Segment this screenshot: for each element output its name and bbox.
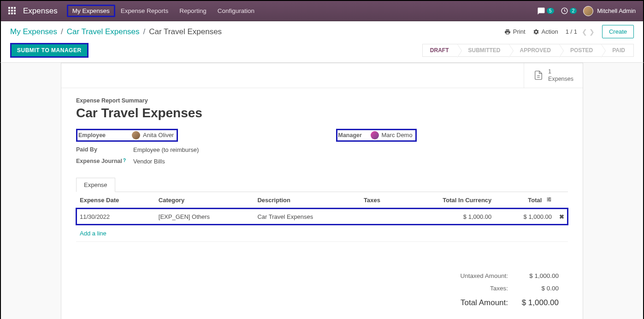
- nav-expense-reports[interactable]: Expense Reports: [115, 5, 174, 17]
- employee-value[interactable]: Anita Oliver: [143, 132, 174, 138]
- tab-expense[interactable]: Expense: [76, 178, 115, 192]
- paidby-value: Employee (to reimburse): [133, 146, 199, 153]
- status-posted[interactable]: POSTED: [559, 44, 601, 57]
- th-taxes[interactable]: Taxes: [360, 192, 401, 209]
- status-bar: SUBMIT TO MANAGER DRAFT SUBMITTED APPROV…: [0, 38, 644, 63]
- journal-label: Expense Journal?: [76, 158, 133, 164]
- document-icon: [533, 69, 544, 81]
- taxes-label: Taxes:: [455, 282, 514, 295]
- th-date[interactable]: Expense Date: [76, 192, 155, 209]
- tabs: Expense: [76, 178, 568, 192]
- pager-counter: 1 / 1: [566, 28, 577, 35]
- stat-label: Expenses: [548, 75, 573, 83]
- app-brand: Expenses: [23, 6, 58, 16]
- messaging-icon[interactable]: 5: [537, 7, 554, 15]
- create-button[interactable]: Create: [602, 25, 634, 38]
- add-line-link[interactable]: Add a line: [80, 230, 106, 237]
- svg-point-8: [549, 200, 550, 201]
- employee-label: Employee: [78, 132, 132, 138]
- cell-category: [EXP_GEN] Others: [155, 208, 254, 225]
- employee-avatar: [132, 131, 140, 139]
- cell-date: 11/30/2022: [76, 208, 155, 225]
- status-submitted[interactable]: SUBMITTED: [457, 44, 509, 57]
- top-navbar: Expenses My Expenses Expense Reports Rep…: [0, 0, 644, 21]
- help-icon[interactable]: ?: [123, 158, 126, 163]
- nav-reporting[interactable]: Reporting: [174, 5, 212, 17]
- paidby-label: Paid By: [76, 146, 133, 153]
- breadcrumb-sep: /: [61, 27, 63, 36]
- stat-count: 1: [548, 68, 573, 75]
- breadcrumb-sep: /: [143, 27, 146, 36]
- cell-total: $ 1,000.00: [495, 208, 555, 225]
- table-row[interactable]: 11/30/2022 [EXP_GEN] Others Car Travel E…: [76, 208, 568, 225]
- form-sheet: 1 Expenses Expense Report Summary Car Tr…: [61, 63, 583, 319]
- user-name: Mitchell Admin: [597, 7, 636, 14]
- cell-total-currency: $ 1,000.00: [401, 208, 496, 225]
- print-button[interactable]: Print: [504, 28, 526, 35]
- breadcrumb-my-expenses[interactable]: My Expenses: [10, 27, 57, 36]
- untaxed-value: $ 1,000.00: [514, 270, 564, 282]
- cell-description: Car Travel Expenses: [254, 208, 360, 225]
- cell-taxes: [360, 208, 401, 225]
- status-approved[interactable]: APPROVED: [509, 44, 559, 57]
- messaging-badge: 5: [547, 8, 554, 14]
- user-avatar: [583, 6, 593, 16]
- manager-value[interactable]: Marc Demo: [382, 132, 413, 138]
- expenses-stat-button[interactable]: 1 Expenses: [524, 63, 583, 88]
- svg-point-7: [548, 199, 549, 199]
- th-category[interactable]: Category: [155, 192, 254, 209]
- column-options-icon[interactable]: [546, 197, 552, 202]
- main-content: 1 Expenses Expense Report Summary Car Tr…: [0, 63, 644, 319]
- remove-row-icon[interactable]: ✖: [559, 213, 564, 220]
- status-draft[interactable]: DRAFT: [422, 44, 457, 57]
- print-label: Print: [513, 28, 526, 35]
- breadcrumb-car-travel[interactable]: Car Travel Expenses: [67, 27, 140, 36]
- totals: Untaxed Amount: $ 1,000.00 Taxes: $ 0.00…: [76, 270, 568, 319]
- submit-to-manager-button[interactable]: SUBMIT TO MANAGER: [10, 43, 89, 58]
- status-flow: DRAFT SUBMITTED APPROVED POSTED PAID: [422, 44, 634, 57]
- stat-button-box: 1 Expenses: [61, 63, 583, 88]
- nav-configuration[interactable]: Configuration: [212, 5, 260, 17]
- status-paid[interactable]: PAID: [601, 44, 634, 57]
- total-value: $ 1,000.00: [514, 295, 564, 310]
- manager-avatar: [371, 131, 379, 139]
- manager-label: Manager: [338, 132, 371, 138]
- control-bar: My Expenses / Car Travel Expenses / Car …: [0, 21, 644, 38]
- untaxed-label: Untaxed Amount:: [455, 270, 514, 282]
- breadcrumb: My Expenses / Car Travel Expenses / Car …: [10, 27, 222, 36]
- breadcrumb-current: Car Travel Expenses: [149, 27, 222, 36]
- expense-table: Expense Date Category Description Taxes …: [76, 192, 568, 242]
- svg-point-6: [549, 197, 550, 198]
- action-button[interactable]: Action: [533, 28, 558, 35]
- summary-label: Expense Report Summary: [76, 97, 568, 104]
- apps-grid-icon[interactable]: [8, 7, 17, 15]
- th-total[interactable]: Total: [495, 192, 555, 209]
- th-description[interactable]: Description: [254, 192, 360, 209]
- activities-badge: 2: [570, 8, 577, 14]
- nav-my-expenses[interactable]: My Expenses: [67, 5, 115, 17]
- total-label: Total Amount:: [455, 295, 514, 310]
- th-total-currency[interactable]: Total In Currency: [401, 192, 496, 209]
- pager-prev[interactable]: ❮: [582, 28, 587, 36]
- report-title: Car Travel Expenses: [76, 106, 568, 120]
- activities-icon[interactable]: 2: [561, 7, 577, 15]
- pager: 1 / 1 ❮ ❯: [566, 28, 595, 36]
- pager-next[interactable]: ❯: [589, 28, 595, 36]
- action-label: Action: [542, 28, 558, 35]
- user-menu[interactable]: Mitchell Admin: [583, 6, 636, 16]
- journal-value[interactable]: Vendor Bills: [133, 158, 165, 165]
- taxes-value: $ 0.00: [514, 282, 564, 295]
